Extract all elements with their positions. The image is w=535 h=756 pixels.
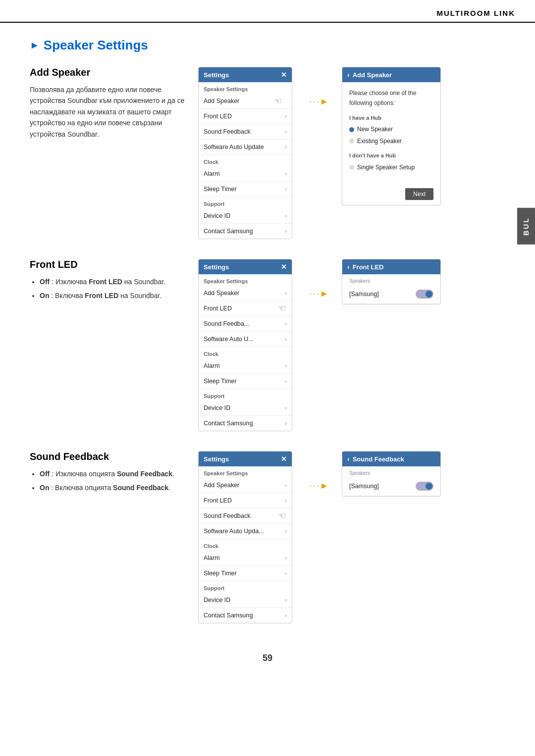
close-icon[interactable]: ✕ — [281, 263, 287, 271]
back-icon[interactable]: ‹ — [347, 263, 350, 271]
add-speaker-item-3[interactable]: Add Speaker › — [199, 478, 292, 493]
contact-samsung-item-2[interactable]: Contact Samsung › — [199, 416, 292, 431]
support-label-3: Support — [199, 581, 292, 593]
software-auto-update-item-1[interactable]: Software Auto Update › — [199, 140, 292, 155]
chevron-icon: › — [285, 482, 287, 489]
add-speaker-item-2[interactable]: Add Speaker › — [199, 286, 292, 301]
sound-feedback-item-3[interactable]: Sound Feedback ☜ — [199, 508, 292, 524]
front-led-item-3[interactable]: Front LED › — [199, 493, 292, 508]
back-icon[interactable]: ‹ — [347, 455, 350, 463]
front-led-item-1[interactable]: Front LED › — [199, 109, 292, 124]
device-id-item-3[interactable]: Device ID › — [199, 593, 292, 608]
add-speaker-settings-panel: Settings ✕ Speaker Settings Add Speaker … — [198, 67, 297, 239]
arrow-3: ···► — [307, 451, 332, 491]
chevron-icon: › — [285, 290, 287, 297]
sound-feedback-item-2[interactable]: Sound Feedba... › — [199, 316, 292, 332]
sound-feedback-bullets: Off : Изключва опцията Sound Feedback. O… — [30, 468, 188, 494]
settings-header-3: Settings ✕ — [199, 452, 292, 466]
header-title: MULTIROOM LINK — [436, 9, 515, 17]
page-number: 59 — [30, 643, 505, 668]
chevron-icon: › — [285, 420, 287, 427]
radio-dot — [349, 165, 354, 170]
chevron-icon: › — [285, 113, 287, 120]
speakers-label-2: Speakers — [342, 466, 440, 477]
front-led-left: Front LED Off : Изключва Front LED на So… — [30, 259, 188, 304]
front-led-bullets: Off : Изключва Front LED на Soundbar. On… — [30, 276, 188, 302]
back-icon[interactable]: ‹ — [347, 71, 350, 79]
section-title: Speaker Settings — [30, 38, 505, 53]
bullet-off-1: Off : Изключва Front LED на Soundbar. — [40, 276, 188, 288]
sleep-timer-item-2[interactable]: Sleep Timer › — [199, 374, 292, 389]
add-speaker-right-panel: ‹ Add Speaker Please choose one of the f… — [342, 67, 505, 205]
sound-feedback-title: Sound Feedback — [30, 451, 188, 462]
add-speaker-item[interactable]: Add Speaker ☜ — [199, 94, 292, 109]
bul-language-tab: BUL — [517, 208, 535, 245]
add-speaker-title: Add Speaker — [30, 67, 188, 78]
front-led-settings-panel: Settings ✕ Speaker Settings Add Speaker … — [198, 259, 297, 431]
close-icon[interactable]: ✕ — [281, 455, 287, 463]
front-led-toggle[interactable] — [416, 290, 433, 299]
sleep-timer-item-1[interactable]: Sleep Timer › — [199, 182, 292, 197]
arrow-dots-3: ···► — [310, 481, 330, 491]
sleep-timer-item-3[interactable]: Sleep Timer › — [199, 566, 292, 581]
contact-samsung-item-1[interactable]: Contact Samsung › — [199, 224, 292, 239]
software-auto-update-item-3[interactable]: Software Auto Upda... › — [199, 524, 292, 539]
next-button[interactable]: Next — [405, 188, 433, 200]
chevron-icon: › — [285, 612, 287, 619]
sound-feedback-panel-header: ‹ Sound Feedback — [342, 452, 440, 466]
speaker-settings-label-2: Speaker Settings — [199, 274, 292, 286]
add-speaker-panel-body: Please choose one of the following optio… — [342, 82, 440, 183]
settings-header-2: Settings ✕ — [199, 259, 292, 274]
support-label: Support — [199, 197, 292, 208]
sound-feedback-toggle-row: [Samsung] — [342, 477, 440, 496]
alarm-item-2[interactable]: Alarm › — [199, 358, 292, 374]
sound-feedback-item-1[interactable]: Sound Feedback › — [199, 124, 292, 140]
no-hub-label: I don't have a Hub — [349, 151, 433, 160]
add-speaker-section: Add Speaker Позволява да добавите едно и… — [30, 67, 505, 239]
add-speaker-panel: ‹ Add Speaker Please choose one of the f… — [342, 67, 441, 205]
front-led-panel-header: ‹ Front LED — [342, 259, 440, 274]
alarm-item-1[interactable]: Alarm › — [199, 166, 292, 182]
speakers-label-1: Speakers — [342, 274, 440, 285]
sound-feedback-section: Sound Feedback Off : Изключва опцията So… — [30, 451, 505, 623]
alarm-item-3[interactable]: Alarm › — [199, 551, 292, 566]
speaker-settings-label-3: Speaker Settings — [199, 466, 292, 478]
bullet-on-2: On : Включва опцията Sound Feedback. — [40, 482, 188, 494]
chevron-icon: › — [285, 362, 287, 369]
clock-label: Clock — [199, 155, 292, 166]
add-speaker-footer: Next — [342, 183, 440, 205]
arrow-1: ···► — [307, 67, 332, 107]
front-led-title: Front LED — [30, 259, 188, 270]
touch-icon-2: ☜ — [278, 303, 286, 314]
touch-icon-3: ☜ — [278, 510, 286, 521]
existing-speaker-option[interactable]: Existing Speaker — [349, 136, 433, 146]
contact-samsung-item-3[interactable]: Contact Samsung › — [199, 608, 292, 623]
support-label-2: Support — [199, 389, 292, 401]
settings-mockup-2: Settings ✕ Speaker Settings Add Speaker … — [198, 259, 292, 431]
sound-feedback-settings-panel: Settings ✕ Speaker Settings Add Speaker … — [198, 451, 297, 623]
clock-label-3: Clock — [199, 539, 292, 551]
single-speaker-option[interactable]: Single Speaker Setup — [349, 162, 433, 172]
close-icon[interactable]: ✕ — [281, 71, 287, 79]
page-header: MULTIROOM LINK — [0, 0, 535, 23]
chevron-icon: › — [285, 554, 287, 561]
add-speaker-desc: Позволява да добавите едно или повече ус… — [30, 84, 188, 140]
front-led-item-2[interactable]: Front LED ☜ — [199, 301, 292, 316]
front-led-right-panel: ‹ Front LED Speakers [Samsung] — [342, 259, 505, 304]
device-id-item-1[interactable]: Device ID › — [199, 208, 292, 224]
settings-header-1: Settings ✕ — [199, 67, 292, 82]
front-led-toggle-row: [Samsung] — [342, 285, 440, 304]
device-label-2: [Samsung] — [349, 483, 379, 490]
bullet-off-2: Off : Изключва опцията Sound Feedback. — [40, 468, 188, 480]
chevron-icon: › — [285, 404, 287, 411]
chevron-icon: › — [285, 128, 287, 135]
device-id-item-2[interactable]: Device ID › — [199, 401, 292, 416]
no-hub-group: I don't have a Hub Single Speaker Setup — [349, 151, 433, 172]
chevron-icon: › — [285, 528, 287, 535]
arrow-dots-1: ···► — [310, 97, 330, 107]
software-auto-update-item-2[interactable]: Software Auto U... › — [199, 332, 292, 347]
radio-dot — [349, 139, 354, 144]
sound-feedback-toggle[interactable] — [416, 482, 433, 491]
chevron-icon: › — [285, 378, 287, 385]
new-speaker-option[interactable]: New Speaker — [349, 124, 433, 134]
